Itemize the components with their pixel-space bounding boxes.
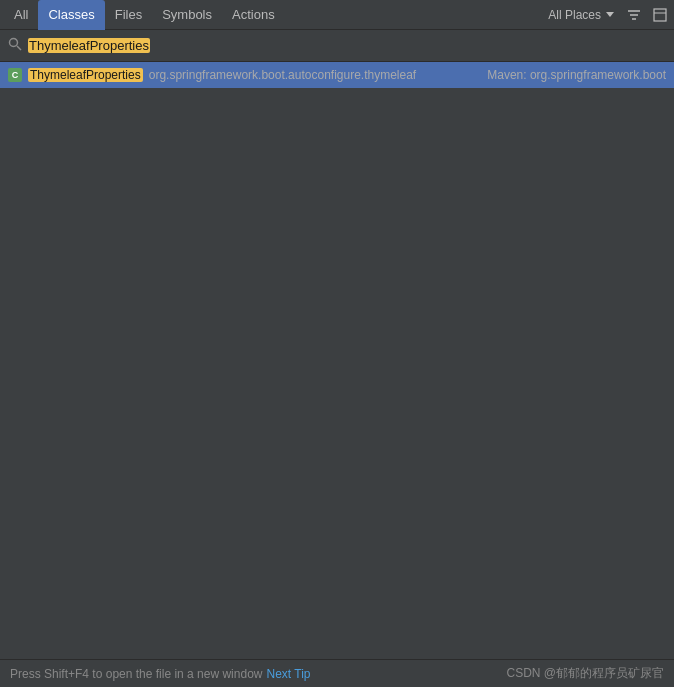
filter-button[interactable]	[624, 5, 644, 25]
result-row[interactable]: C ThymeleafProperties org.springframewor…	[0, 62, 674, 88]
search-highlight-text: ThymeleafProperties	[28, 38, 150, 53]
search-icon	[8, 37, 22, 54]
search-input[interactable]	[156, 38, 666, 53]
tab-classes[interactable]: Classes	[38, 0, 104, 30]
layout-icon	[653, 8, 667, 22]
svg-point-5	[10, 39, 18, 47]
all-places-dropdown[interactable]: All Places	[544, 6, 618, 24]
layout-button[interactable]	[650, 5, 670, 25]
tab-symbols[interactable]: Symbols	[152, 0, 222, 30]
result-maven: Maven: org.springframework.boot	[487, 68, 666, 82]
status-hint-text: Press Shift+F4 to open the file in a new…	[10, 667, 262, 681]
status-bar: Press Shift+F4 to open the file in a new…	[0, 659, 674, 687]
search-bar: ThymeleafProperties	[0, 30, 674, 62]
status-left: Press Shift+F4 to open the file in a new…	[10, 667, 311, 681]
status-copyright: CSDN @郁郁的程序员矿尿官	[506, 665, 664, 682]
tab-all[interactable]: All	[4, 0, 38, 30]
filter-icon	[627, 8, 641, 22]
chevron-down-icon	[606, 12, 614, 17]
svg-line-6	[17, 46, 21, 50]
svg-rect-3	[654, 9, 666, 21]
class-icon: C	[8, 68, 22, 82]
tab-actions[interactable]: Actions	[222, 0, 285, 30]
main-content-area	[0, 88, 674, 659]
result-package: org.springframework.boot.autoconfigure.t…	[149, 68, 482, 82]
result-class-name: ThymeleafProperties	[28, 68, 143, 82]
next-tip-button[interactable]: Next Tip	[266, 667, 310, 681]
tab-bar: All Classes Files Symbols Actions All Pl…	[0, 0, 674, 30]
tab-files[interactable]: Files	[105, 0, 152, 30]
tab-bar-right: All Places	[544, 5, 670, 25]
